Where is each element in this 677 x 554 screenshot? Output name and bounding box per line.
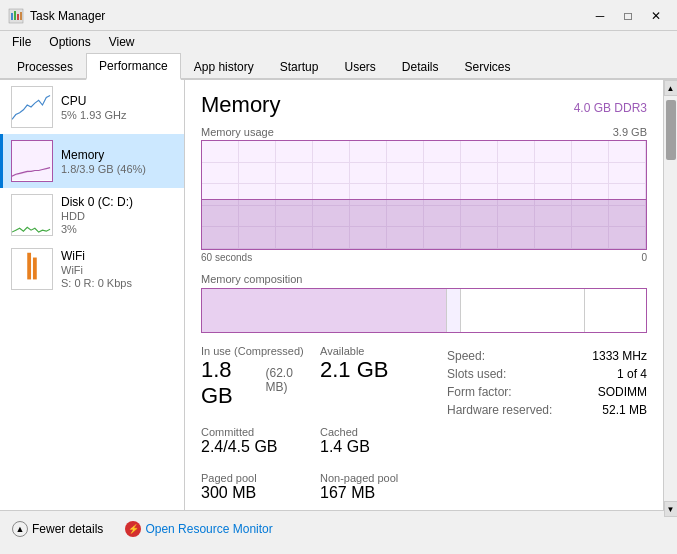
open-resource-monitor-link[interactable]: ⚡ Open Resource Monitor [125,521,272,537]
paged-pool-block: Paged pool 300 MB [201,472,312,502]
non-paged-pool-value: 167 MB [320,484,431,502]
memory-usage-label-row: Memory usage 3.9 GB [201,126,647,138]
menu-bar: File Options View [0,31,677,53]
memory-detail: 1.8/3.9 GB (46%) [61,163,176,175]
disk-mini-chart [11,194,53,236]
title-bar: Task Manager ─ □ ✕ [0,0,677,31]
grid-cell [609,141,646,163]
grid-cell [202,141,239,163]
tab-users[interactable]: Users [331,54,388,80]
tab-apphistory[interactable]: App history [181,54,267,80]
right-info-panel: Speed: 1333 MHz Slots used: 1 of 4 Form … [447,349,647,510]
scroll-down-arrow[interactable]: ▼ [664,501,678,517]
tab-startup[interactable]: Startup [267,54,332,80]
grid-cell [461,141,498,163]
window-controls: ─ □ ✕ [587,6,669,26]
grid-cell [387,141,424,163]
left-stats: In use (Compressed) 1.8 GB (62.0 MB) Ava… [201,345,431,510]
memory-label: Memory [61,148,176,162]
committed-block: Committed 2.4/4.5 GB [201,426,312,456]
sidebar-item-memory[interactable]: Memory 1.8/3.9 GB (46%) [0,134,184,188]
memory-mini-chart [11,140,53,182]
grid-cell [276,163,313,185]
grid-cell [609,163,646,185]
grid-cell [276,141,313,163]
disk-detail1: HDD [61,210,176,222]
scroll-thumb[interactable] [666,100,676,160]
sidebar-item-cpu[interactable]: CPU 5% 1.93 GHz [0,80,184,134]
memory-composition-chart [201,288,647,333]
middle-stats: Committed 2.4/4.5 GB Cached 1.4 GB [201,426,431,464]
form-factor-value: SODIMM [598,385,647,399]
speed-label: Speed: [447,349,485,363]
tab-details[interactable]: Details [389,54,452,80]
grid-cell [350,163,387,185]
sidebar: CPU 5% 1.93 GHz Memory 1.8/3.9 GB (46%) [0,80,185,510]
cached-value: 1.4 GB [320,438,431,456]
menu-options[interactable]: Options [41,33,98,51]
non-paged-pool-label: Non-paged pool [320,472,431,484]
maximize-button[interactable]: □ [615,6,641,26]
menu-view[interactable]: View [101,33,143,51]
cpu-info: CPU 5% 1.93 GHz [61,94,176,121]
grid-cell [350,141,387,163]
memory-usage-chart [201,140,647,250]
cpu-mini-chart [11,86,53,128]
memory-usage-label: Memory usage [201,126,274,138]
grid-cell [313,163,350,185]
form-factor-label: Form factor: [447,385,512,399]
speed-value: 1333 MHz [592,349,647,363]
wifi-mini-chart [11,248,53,290]
available-label: Available [320,345,431,357]
chevron-up-icon: ▲ [12,521,28,537]
chart-footer: 60 seconds 0 [201,252,647,263]
bottom-bar: ▲ Fewer details ⚡ Open Resource Monitor [0,510,677,546]
wifi-info: WiFi WiFi S: 0 R: 0 Kbps [61,249,176,289]
hw-reserved-row: Hardware reserved: 52.1 MB [447,403,647,417]
top-stats: In use (Compressed) 1.8 GB (62.0 MB) Ava… [201,345,431,418]
comp-standby [460,289,584,332]
memory-info: Memory 1.8/3.9 GB (46%) [61,148,176,175]
close-button[interactable]: ✕ [643,6,669,26]
committed-value: 2.4/4.5 GB [201,438,312,456]
svg-rect-7 [33,258,37,280]
content-area: Memory 4.0 GB DDR3 Memory usage 3.9 GB [185,80,663,510]
menu-file[interactable]: File [4,33,39,51]
hw-reserved-label: Hardware reserved: [447,403,552,417]
grid-cell [424,141,461,163]
paged-pool-value: 300 MB [201,484,312,502]
disk-label: Disk 0 (C: D:) [61,195,176,209]
cpu-label: CPU [61,94,176,108]
grid-cell [535,163,572,185]
slots-label: Slots used: [447,367,506,381]
wifi-detail1: WiFi [61,264,176,276]
cached-block: Cached 1.4 GB [320,426,431,456]
sidebar-item-wifi[interactable]: WiFi WiFi S: 0 R: 0 Kbps [0,242,184,296]
app-title: Task Manager [30,9,105,23]
disk-info: Disk 0 (C: D:) HDD 3% [61,195,176,235]
tab-performance[interactable]: Performance [86,53,181,80]
tab-services[interactable]: Services [452,54,524,80]
grid-cell [572,163,609,185]
wifi-detail2: S: 0 R: 0 Kbps [61,277,176,289]
fewer-details-button[interactable]: ▲ Fewer details [10,519,105,539]
sidebar-item-disk[interactable]: Disk 0 (C: D:) HDD 3% [0,188,184,242]
content-title: Memory [201,92,280,118]
form-factor-row: Form factor: SODIMM [447,385,647,399]
scrollbar[interactable]: ▲ ▼ [663,80,677,510]
grid-cell [313,141,350,163]
grid-cell [498,141,535,163]
in-use-sub: (62.0 MB) [265,366,312,394]
bottom-stats: Paged pool 300 MB Non-paged pool 167 MB [201,472,431,510]
tab-bar: Processes Performance App history Startu… [0,53,677,80]
grid-cell [424,163,461,185]
scroll-up-arrow[interactable]: ▲ [664,80,678,96]
svg-rect-6 [27,253,31,280]
non-paged-pool-block: Non-paged pool 167 MB [320,472,431,502]
memory-fill [202,199,646,249]
grid-cell [498,163,535,185]
minimize-button[interactable]: ─ [587,6,613,26]
main-container: CPU 5% 1.93 GHz Memory 1.8/3.9 GB (46%) [0,80,677,510]
available-block: Available 2.1 GB [320,345,431,410]
tab-processes[interactable]: Processes [4,54,86,80]
